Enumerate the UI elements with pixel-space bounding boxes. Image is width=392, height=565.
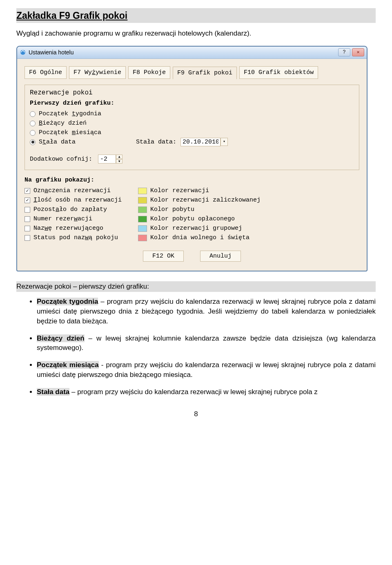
color-zaliczkowanej[interactable]: Kolor rezerwacji zaliczkowanej [138, 195, 261, 205]
titlebar: Ustawienia hotelu ? ✕ [17, 47, 367, 59]
radio-biezacy-dzien[interactable]: Bieżący dzień [30, 119, 354, 128]
color-rezerwacji[interactable]: Kolor rezerwacji [138, 186, 261, 195]
checkbox-icon [24, 235, 30, 241]
radio-label: Początek miesiąca [39, 128, 101, 137]
check-label: Status pod nazwą pokoju [33, 233, 118, 242]
checkbox-icon [24, 188, 30, 194]
color-label: Kolor pobytu opłaconego [150, 215, 235, 223]
radio-stala-data[interactable]: Stała data Stała data: ▾ [30, 137, 354, 147]
check-label: Numer rezerwacji [33, 215, 92, 223]
radio-label: Początek tygodnia [39, 110, 101, 118]
color-label: Kolor pobytu [150, 205, 194, 214]
date-dropdown-button[interactable]: ▾ [220, 138, 228, 146]
window-body: F6 Ogólne F7 Wyżywienie F8 Pokoje F9 Gra… [17, 59, 367, 271]
check-pozostalo[interactable]: Pozostało do zapłaty [24, 205, 122, 214]
fixed-date-group: Stała data: ▾ [136, 138, 228, 146]
list-item: Bieżący dzień – w lewej skrajnej kolumni… [37, 334, 376, 353]
checkbox-icon [24, 216, 30, 222]
subheading-show-on-chart: Na grafiku pokazuj: [24, 176, 359, 184]
term: Początek miesiąca [37, 361, 99, 369]
dialog-window: Ustawienia hotelu ? ✕ F6 Ogólne F7 Wyżyw… [16, 46, 368, 271]
check-status[interactable]: Status pod nazwą pokoju [24, 233, 122, 242]
color-swatch [138, 197, 147, 204]
radio-label: Bieżący dzień [39, 119, 87, 128]
color-label: Kolor dnia wolnego i święta [150, 233, 249, 242]
radio-poczatek-miesiaca[interactable]: Początek miesiąca [30, 128, 354, 137]
tab-grafik-pokoi[interactable]: F9 Grafik pokoi [173, 67, 237, 79]
offset-row: Dodatkowo cofnij: ▲ ▼ [30, 154, 354, 164]
app-icon [20, 49, 26, 56]
subheading: Rezerwacje pokoi – pierwszy dzień grafik… [16, 281, 376, 292]
body-text: – w lewej skrajnej kolumnie kalendarza z… [37, 334, 376, 352]
list-item: Początek miesiąca - program przy wejściu… [37, 360, 376, 380]
radio-icon [30, 130, 36, 136]
screenshot: Ustawienia hotelu ? ✕ F6 Ogólne F7 Wyżyw… [16, 46, 376, 271]
close-button[interactable]: ✕ [352, 48, 364, 56]
tab-label-accel: ż [92, 69, 96, 76]
term: Początek tygodnia [37, 298, 98, 305]
page-number: 8 [16, 409, 376, 419]
color-swatch [138, 235, 147, 241]
body-text: – program przy wejściu do kalendarza rez… [69, 388, 318, 396]
offset-label: Dodatkowo cofnij: [30, 155, 92, 164]
color-grupowej[interactable]: Kolor rezerwacji grupowej [138, 224, 261, 233]
button-row: F12 OK Anuluj [24, 251, 359, 262]
tab-label: ywienie [96, 69, 121, 76]
fixed-date-input[interactable] [180, 138, 220, 146]
tab-pokoje[interactable]: F8 Pokoje [128, 66, 170, 79]
tab-label: F7 Wy [74, 69, 92, 76]
offset-spinner[interactable]: ▲ ▼ [98, 155, 122, 164]
color-label: Kolor rezerwacji [150, 186, 209, 195]
legend: Rezerwacje pokoi [30, 88, 354, 97]
term: Bieżący dzień [37, 334, 85, 342]
intro-text: Wygląd i zachowanie programu w grafiku r… [16, 29, 376, 38]
spin-up[interactable]: ▲ [116, 155, 122, 159]
show-options: Oznaczenia rezerwacji Ilość osób na reze… [24, 186, 359, 242]
radio-icon [30, 121, 36, 126]
term: Stała data [37, 388, 69, 396]
tab-grafik-obiektow[interactable]: F10 Grafik obiektów [239, 66, 318, 79]
check-label: Nazwę rezerwującego [33, 224, 103, 233]
color-swieta[interactable]: Kolor dnia wolnego i święta [138, 233, 261, 242]
check-label: Pozostało do zapłaty [33, 205, 107, 214]
checkbox-icon [24, 197, 30, 203]
color-pobytu[interactable]: Kolor pobytu [138, 205, 261, 214]
fixed-date-label: Stała data: [136, 138, 176, 146]
list-item: Stała data – program przy wejściu do kal… [37, 387, 376, 397]
color-pobytu-oplaconego[interactable]: Kolor pobytu opłaconego [138, 214, 261, 224]
check-label: Ilość osób na rezerwacji [33, 196, 122, 204]
tab-bar: F6 Ogólne F7 Wyżywienie F8 Pokoje F9 Gra… [24, 66, 359, 79]
tab-ogolne[interactable]: F6 Ogólne [24, 66, 67, 79]
check-label: Oznaczenia rezerwacji [33, 186, 111, 195]
check-numer-rezerwacji[interactable]: Numer rezerwacji [24, 214, 122, 224]
color-swatch [138, 206, 147, 213]
color-label: Kolor rezerwacji grupowej [150, 224, 242, 233]
check-ilosc-osob[interactable]: Ilość osób na rezerwacji [24, 195, 122, 205]
page-title: Zakładka F9 Grafik pokoi [16, 8, 376, 23]
spin-down[interactable]: ▼ [116, 159, 122, 164]
checkbox-icon [24, 207, 30, 213]
radio-poczatek-tygodnia[interactable]: Początek tygodnia [30, 109, 354, 119]
cancel-button[interactable]: Anuluj [200, 251, 241, 262]
subheading-first-day: Pierwszy dzień grafiku: [30, 99, 354, 108]
window-title: Ustawienia hotelu [29, 49, 336, 57]
check-oznaczenia[interactable]: Oznaczenia rezerwacji [24, 186, 122, 195]
checkbox-icon [24, 226, 30, 231]
radio-icon [30, 139, 36, 145]
color-swatch [138, 225, 147, 232]
color-swatch [138, 188, 147, 194]
offset-input[interactable] [98, 155, 116, 164]
ok-button[interactable]: F12 OK [143, 251, 184, 262]
help-button[interactable]: ? [338, 48, 350, 56]
fieldset-rezerwacje: Rezerwacje pokoi Pierwszy dzień grafiku:… [24, 85, 359, 170]
radio-label: Stała data [39, 138, 76, 146]
radio-icon [30, 111, 36, 117]
color-label: Kolor rezerwacji zaliczkowanej [150, 196, 261, 204]
tab-wyzywienie[interactable]: F7 Wyżywienie [69, 66, 126, 79]
bullet-list: Początek tygodnia – program przy wejściu… [16, 297, 376, 397]
list-item: Początek tygodnia – program przy wejściu… [37, 297, 376, 326]
color-swatch [138, 216, 147, 222]
check-nazwe[interactable]: Nazwę rezerwującego [24, 224, 122, 233]
